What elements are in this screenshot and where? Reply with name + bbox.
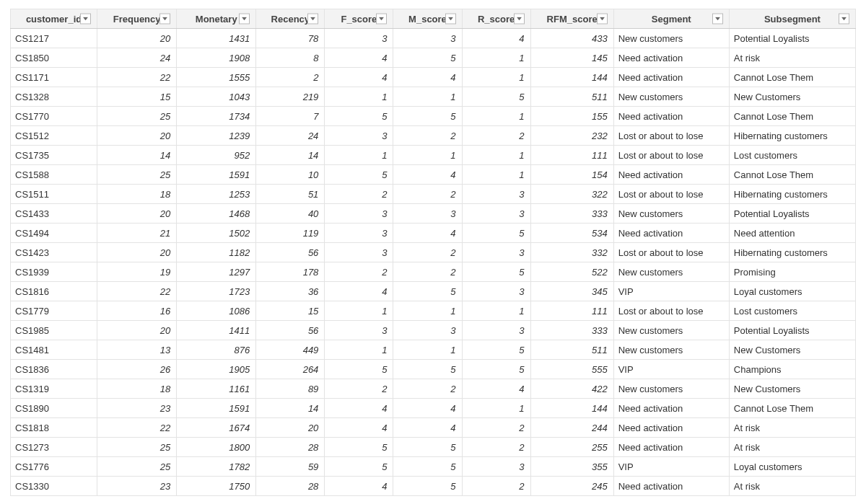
svg-marker-4 <box>379 17 384 20</box>
filter-dropdown-button[interactable] <box>712 14 723 25</box>
cell-F_score: 1 <box>325 301 393 321</box>
table-row[interactable]: CS1494211502119345534Need activationNeed… <box>11 224 856 243</box>
table-row[interactable]: CS142320118256323332Lost or about to los… <box>11 243 856 262</box>
cell-M_score: 1 <box>393 301 462 321</box>
cell-Segment: Need activation <box>613 107 729 126</box>
cell-R_score: 5 <box>462 262 530 282</box>
cell-M_score: 5 <box>393 457 462 477</box>
cell-Segment: Need activation <box>613 438 729 457</box>
cell-customer_id: CS1779 <box>11 301 97 321</box>
table-row[interactable]: CS177625178259553355VIPLoyal customers <box>11 457 856 477</box>
table-row[interactable]: CS148113876449115511New customersNew Cus… <box>11 340 856 360</box>
cell-Frequency: 23 <box>97 477 177 496</box>
cell-Subsegment: Cannot Lose Them <box>729 165 855 185</box>
cell-Recency: 14 <box>256 146 325 165</box>
cell-RFM_score: 422 <box>530 379 613 399</box>
cell-Segment: Need activation <box>613 224 729 243</box>
cell-Recency: 20 <box>256 418 325 438</box>
filter-dropdown-button[interactable] <box>307 14 318 25</box>
cell-Monetary: 1431 <box>177 29 256 48</box>
cell-RFM_score: 355 <box>530 457 613 477</box>
cell-Monetary: 876 <box>177 340 256 360</box>
cell-customer_id: CS1217 <box>11 29 97 48</box>
cell-Frequency: 24 <box>97 48 177 68</box>
cell-Monetary: 1468 <box>177 204 256 224</box>
cell-Segment: Need activation <box>613 68 729 87</box>
cell-R_score: 2 <box>462 438 530 457</box>
filter-dropdown-button[interactable] <box>839 14 849 25</box>
filter-dropdown-button[interactable] <box>239 14 250 25</box>
table-row[interactable]: CS181822167420442244Need activationAt ri… <box>11 418 856 438</box>
filter-dropdown-button[interactable] <box>514 14 525 25</box>
table-row[interactable]: CS121720143178334433New customersPotenti… <box>11 29 856 48</box>
svg-marker-8 <box>715 17 720 20</box>
cell-Subsegment: Hibernating customers <box>729 243 855 262</box>
cell-F_score: 1 <box>325 87 393 107</box>
svg-marker-6 <box>517 17 522 20</box>
table-row[interactable]: CS133023175028452245Need activationAt ri… <box>11 477 856 496</box>
table-row[interactable]: CS1328151043219115511New customersNew Cu… <box>11 87 856 107</box>
cell-R_score: 3 <box>462 282 530 301</box>
filter-dropdown-button[interactable] <box>80 14 91 25</box>
svg-marker-7 <box>600 17 605 20</box>
cell-Segment: Need activation <box>613 399 729 418</box>
table-row[interactable]: CS158825159110541154Need activationCanno… <box>11 165 856 185</box>
cell-M_score: 5 <box>393 48 462 68</box>
table-row[interactable]: CS189023159114441144Need activationCanno… <box>11 399 856 418</box>
table-row[interactable]: CS131918116189224422New customersNew Cus… <box>11 379 856 399</box>
col-header-label: Subsegment <box>764 14 821 25</box>
cell-M_score: 5 <box>393 477 462 496</box>
filter-dropdown-button[interactable] <box>159 14 170 25</box>
cell-Subsegment: At risk <box>729 477 855 496</box>
table-row[interactable]: CS17351495214111111Lost or about to lose… <box>11 146 856 165</box>
cell-Recency: 219 <box>256 87 325 107</box>
cell-M_score: 4 <box>393 68 462 87</box>
table-row[interactable]: CS198520141156333333New customersPotenti… <box>11 321 856 340</box>
cell-Frequency: 25 <box>97 107 177 126</box>
table-row[interactable]: CS151118125351223322Lost or about to los… <box>11 185 856 204</box>
table-row[interactable]: CS1939191297178225522New customersPromis… <box>11 262 856 282</box>
cell-Monetary: 1723 <box>177 282 256 301</box>
cell-Monetary: 1750 <box>177 477 256 496</box>
cell-Frequency: 25 <box>97 438 177 457</box>
cell-M_score: 1 <box>393 87 462 107</box>
cell-R_score: 5 <box>462 87 530 107</box>
col-header-label: RFM_score <box>547 14 598 25</box>
cell-RFM_score: 511 <box>530 340 613 360</box>
cell-RFM_score: 155 <box>530 107 613 126</box>
cell-RFM_score: 345 <box>530 282 613 301</box>
cell-M_score: 4 <box>393 224 462 243</box>
cell-RFM_score: 154 <box>530 165 613 185</box>
cell-RFM_score: 534 <box>530 224 613 243</box>
cell-Recency: 178 <box>256 262 325 282</box>
cell-Monetary: 1502 <box>177 224 256 243</box>
filter-dropdown-button[interactable] <box>445 14 456 25</box>
col-header-label: Segment <box>652 14 691 25</box>
cell-R_score: 1 <box>462 165 530 185</box>
cell-Segment: Need activation <box>613 477 729 496</box>
table-row[interactable]: CS181622172336453345VIPLoyal customers <box>11 282 856 301</box>
cell-F_score: 3 <box>325 243 393 262</box>
table-row[interactable]: CS177916108615111111Lost or about to los… <box>11 301 856 321</box>
cell-Frequency: 20 <box>97 126 177 146</box>
svg-marker-2 <box>242 17 247 20</box>
cell-Subsegment: New Customers <box>729 379 855 399</box>
cell-Monetary: 1908 <box>177 48 256 68</box>
table-row[interactable]: CS1836261905264555555VIPChampions <box>11 360 856 379</box>
table-row[interactable]: CS151220123924322232Lost or about to los… <box>11 126 856 146</box>
table-row[interactable]: CS143320146840333333New customersPotenti… <box>11 204 856 224</box>
table-body: CS121720143178334433New customersPotenti… <box>11 29 856 496</box>
table-row[interactable]: CS127325180028552255Need activationAt ri… <box>11 438 856 457</box>
cell-Frequency: 25 <box>97 457 177 477</box>
table-row[interactable]: CS11712215552441144Need activationCannot… <box>11 68 856 87</box>
filter-dropdown-button[interactable] <box>597 14 608 25</box>
cell-Segment: VIP <box>613 282 729 301</box>
table-row[interactable]: CS17702517347551155Need activationCannot… <box>11 107 856 126</box>
cell-R_score: 3 <box>462 204 530 224</box>
cell-M_score: 4 <box>393 418 462 438</box>
cell-R_score: 1 <box>462 68 530 87</box>
cell-Subsegment: Hibernating customers <box>729 126 855 146</box>
filter-dropdown-button[interactable] <box>376 14 387 25</box>
cell-F_score: 5 <box>325 438 393 457</box>
table-row[interactable]: CS18502419088451145Need activationAt ris… <box>11 48 856 68</box>
